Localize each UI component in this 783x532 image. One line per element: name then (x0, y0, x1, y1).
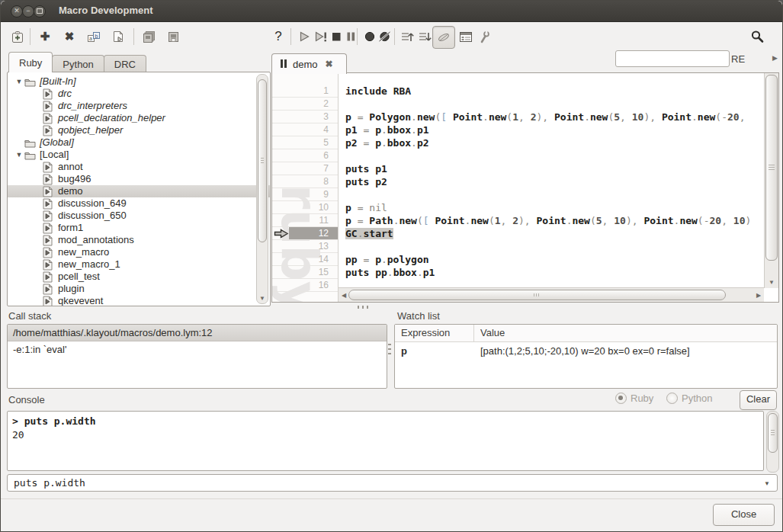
console-input[interactable] (8, 475, 757, 491)
tree-item-pcell_test[interactable]: pcell_test (8, 271, 270, 283)
code-line-6[interactable] (339, 149, 764, 162)
tree-item-demo[interactable]: demo (8, 185, 270, 197)
tree-item-discussion_649[interactable]: discussion_649 (8, 197, 270, 210)
gutter-line-7[interactable]: 7 (272, 162, 338, 175)
tree-item-global[interactable]: [Global] (8, 136, 270, 149)
delete-macro-button[interactable]: ✖ (60, 27, 79, 46)
code-line-14[interactable]: pp = p.polygon (339, 253, 764, 266)
watch-col-value[interactable]: Value (474, 325, 505, 341)
gutter-line-15[interactable]: 15 (272, 266, 338, 279)
tab-drc[interactable]: DRC (104, 55, 146, 72)
tree-item-local[interactable]: ▼[Local] (8, 149, 270, 161)
clear-console-button[interactable]: Clear (740, 390, 777, 410)
watch-col-expression[interactable]: Expression (395, 325, 474, 341)
window-maximize-button[interactable] (34, 5, 46, 18)
scroll-left-icon[interactable]: ◀ (341, 292, 347, 299)
help-button[interactable]: ? (269, 27, 287, 46)
tree-item-new_macro[interactable]: new_macro (8, 246, 270, 258)
expander-icon[interactable]: ▼ (14, 75, 24, 88)
radio-python[interactable]: Python (666, 393, 712, 404)
code-line-9[interactable] (339, 188, 764, 201)
step-over-button[interactable] (398, 27, 416, 46)
window-minimize-button[interactable]: − (22, 5, 34, 18)
radio-ruby[interactable]: Ruby (615, 393, 653, 404)
tree-item-form1[interactable]: form1 (8, 222, 270, 234)
tree-item-mod_annotations[interactable]: mod_annotations (8, 234, 270, 246)
tree-item-drc_interpreters[interactable]: drc_interpreters (8, 100, 270, 112)
gutter-line-14[interactable]: 14 (272, 253, 338, 266)
code-area[interactable]: include RBAp = Polygon.new([ Point.new(1… (339, 85, 764, 288)
import-macro-button[interactable] (109, 27, 127, 46)
scroll-down-icon[interactable]: ▼ (257, 295, 268, 302)
code-line-1[interactable]: include RBA (339, 85, 764, 98)
code-line-15[interactable]: puts pp.bbox.p1 (339, 266, 764, 279)
code-line-10[interactable]: p = nil (339, 201, 764, 214)
watch-row[interactable]: p[path:(1,2;5,10;-20,10) w=20 bx=0 ex=0 … (395, 342, 777, 359)
code-line-8[interactable]: puts p2 (339, 175, 764, 188)
edit-mode-toggle[interactable] (432, 26, 455, 49)
gutter-line-5[interactable]: 5 (272, 136, 338, 149)
gutter-line-10[interactable]: 10 (272, 201, 338, 214)
gutter-line-2[interactable]: 2 (272, 98, 338, 111)
tab-python[interactable]: Python (52, 55, 104, 72)
tree-item-built-in[interactable]: ▼[Built-In] (8, 75, 270, 88)
tree-item-plugin[interactable]: plugin (8, 283, 270, 295)
expander-icon[interactable]: ▼ (14, 149, 24, 161)
gutter-line-11[interactable]: 11 (272, 214, 338, 227)
tree-scrollbar[interactable]: ▼ (256, 74, 268, 304)
code-line-2[interactable] (339, 98, 764, 111)
search-button[interactable] (748, 27, 766, 46)
gutter-line-1[interactable]: 1 (272, 85, 338, 98)
editor-vscrollbar[interactable]: ▼ (764, 73, 778, 288)
code-line-3[interactable]: p = Polygon.new([ Point.new(1, 2), Point… (339, 111, 764, 123)
scroll-right-icon[interactable]: ▶ (756, 292, 762, 299)
tree-item-annot[interactable]: annot (8, 161, 270, 173)
call-stack-frame[interactable]: -e:1:in `eval' (8, 341, 387, 357)
run-button[interactable] (295, 27, 313, 46)
code-line-5[interactable]: p2 = p.bbox.p2 (339, 136, 764, 149)
setup-button[interactable] (475, 27, 493, 46)
console-output[interactable]: > puts p.width20 (7, 411, 764, 471)
save-all-macros-button[interactable] (140, 27, 158, 46)
tree-item-qobject_helper[interactable]: qobject_helper (8, 124, 270, 136)
gutter-line-13[interactable]: 13 (272, 240, 338, 253)
gutter-line-4[interactable]: 4 (272, 123, 338, 136)
code-line-7[interactable]: puts p1 (339, 162, 764, 175)
add-macro-button[interactable]: ✚ (36, 27, 54, 46)
gutter-line-6[interactable]: 6 (272, 149, 338, 162)
gutter-line-8[interactable]: 8 (272, 175, 338, 188)
close-button[interactable]: Close (713, 504, 775, 526)
properties-button[interactable] (457, 27, 475, 46)
console-scrollbar[interactable] (766, 411, 779, 473)
gutter-line-12[interactable]: 12 (272, 227, 338, 240)
code-line-12[interactable]: GC.start (339, 227, 764, 240)
tree-item-new_macro_1[interactable]: new_macro_1 (8, 258, 270, 271)
save-macro-button[interactable] (164, 27, 182, 46)
scroll-down-icon[interactable]: ▼ (765, 279, 778, 286)
tab-ruby[interactable]: Ruby (8, 52, 53, 72)
splitter-handle[interactable] (388, 344, 391, 357)
tree-item-drc[interactable]: drc (8, 88, 270, 100)
tab-close-icon[interactable]: ✖ (326, 59, 333, 69)
gutter-line-3[interactable]: 3 (272, 111, 338, 123)
rename-macro-button[interactable]: ab (85, 27, 103, 46)
toolbar-overflow-icon[interactable]: ▶ (772, 54, 778, 62)
code-line-4[interactable]: p1 = p.bbox.p1 (339, 123, 764, 136)
tree-item-bug496[interactable]: bug496 (8, 173, 270, 185)
window-close-button[interactable]: ✕ (11, 5, 23, 18)
code-line-11[interactable]: p = Path.new([ Point.new(1, 2), Point.ne… (339, 214, 764, 227)
new-location-button[interactable] (8, 27, 27, 46)
tree-item-qkevevent[interactable]: qkevevent (8, 295, 270, 306)
combo-dropdown-icon[interactable]: ▼ (764, 480, 770, 487)
splitter-handle[interactable] (358, 306, 371, 309)
search-input[interactable] (615, 50, 730, 67)
editor-tab-demo[interactable]: demo ✖ (271, 53, 347, 74)
tree-item-pcell_declaration_helper[interactable]: pcell_declaration_helper (8, 112, 270, 124)
call-stack-frame[interactable]: /home/matthias/.klayout/macros/demo.lym:… (8, 325, 387, 341)
tree-item-discussion_650[interactable]: discussion_650 (8, 210, 270, 222)
code-line-13[interactable] (339, 240, 764, 253)
gutter-line-16[interactable]: 16 (272, 279, 338, 292)
clear-all-breakpoints-button[interactable] (376, 27, 394, 46)
editor-hscrollbar[interactable]: ◀ ▶ (339, 287, 764, 302)
gutter-line-9[interactable]: 9 (272, 188, 338, 201)
